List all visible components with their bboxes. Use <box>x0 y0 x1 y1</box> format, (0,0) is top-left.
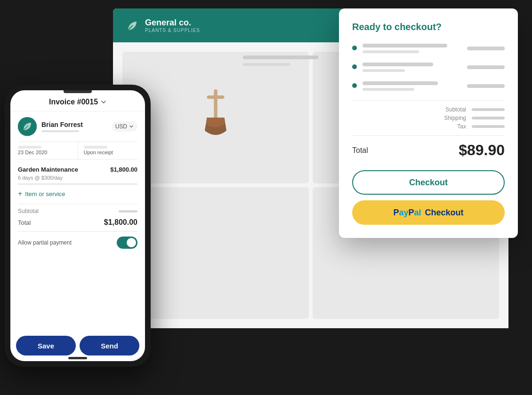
desktop-content <box>235 51 320 71</box>
client-name: Brian Forrest <box>41 121 83 128</box>
phone-screen: Invoice #0015 <box>10 90 145 361</box>
date-cell-payment: Upon receipt <box>78 142 138 159</box>
payment-value: Upon receipt <box>84 150 138 155</box>
avatar <box>18 117 37 136</box>
item-content-3 <box>363 81 461 91</box>
shipping-value <box>472 117 505 119</box>
item-content-1 <box>363 44 461 53</box>
logo-icon <box>124 18 139 33</box>
line-item-name: Garden Maintenance <box>18 166 78 173</box>
tax-label: Tax <box>457 123 466 130</box>
paypal-logo: PayPal <box>393 208 421 218</box>
shovel-icon <box>197 89 234 146</box>
phone-notch <box>64 90 92 93</box>
subtotals-section: Subtotal Shipping Tax <box>352 106 505 130</box>
company-info: General co. PLANTS & SUPPLIES <box>145 18 200 33</box>
tax-row: Tax <box>457 123 505 130</box>
save-button[interactable]: Save <box>16 336 76 356</box>
invoice-body: Brian Forrest USD 23 Dec 2020 <box>10 111 145 332</box>
invoice-total-label: Total <box>18 219 31 226</box>
modal-divider <box>352 100 505 101</box>
line-items: Garden Maintenance $1,800.00 6 days @ $3… <box>18 166 137 185</box>
checkout-modal: Ready to checkout? Subtotal Ship <box>339 8 518 238</box>
partial-payment-toggle[interactable] <box>117 237 137 249</box>
item-line-main-1 <box>363 44 447 47</box>
client-bar <box>41 130 79 132</box>
date-label-bar <box>18 146 41 149</box>
total-label: Total <box>352 146 368 155</box>
client-details: Brian Forrest <box>41 121 83 132</box>
subtotal-label: Subtotal <box>445 106 466 113</box>
date-row: 23 Dec 2020 Upon receipt <box>18 142 137 159</box>
content-bar-1 <box>243 55 318 59</box>
total-amount: $89.90 <box>459 142 505 159</box>
tax-value <box>472 125 505 128</box>
item-price-1 <box>467 47 505 50</box>
item-dot-1 <box>352 46 357 50</box>
date-value: 23 Dec 2020 <box>18 150 72 155</box>
invoice-subtotal-dots <box>119 210 137 213</box>
invoice-subtotal-line: Subtotal <box>18 208 137 214</box>
chevron-down-icon <box>101 99 106 105</box>
checkout-button[interactable]: Checkout <box>352 170 505 195</box>
item-dot-2 <box>352 64 357 69</box>
subtotal-row: Subtotal <box>445 106 505 113</box>
invoice-subtotals: Subtotal <box>18 204 137 214</box>
checkout-item-1 <box>352 44 505 53</box>
home-indicator <box>68 357 87 359</box>
line-item-price: $1,800.00 <box>110 166 137 173</box>
checkout-item-3 <box>352 81 505 91</box>
invoice-subtotal-label: Subtotal <box>18 208 39 214</box>
partial-payment-row: Allow partial payment <box>18 232 137 253</box>
toggle-thumb <box>127 238 136 247</box>
item-dot-3 <box>352 83 357 88</box>
company-name: General co. <box>145 18 200 28</box>
content-bar-2 <box>243 63 290 66</box>
item-line-sub-1 <box>363 50 419 53</box>
phone-mockup: Invoice #0015 <box>5 85 151 367</box>
svg-rect-0 <box>214 89 217 120</box>
add-item-label: Item or service <box>25 190 65 198</box>
total-row: Total $89.90 <box>352 142 505 159</box>
invoice-header: Invoice #0015 <box>10 90 145 111</box>
modal-title: Ready to checkout? <box>352 22 505 32</box>
modal-divider-2 <box>352 135 505 136</box>
checkout-item-2 <box>352 63 505 72</box>
item-price-2 <box>467 65 505 69</box>
shipping-row: Shipping <box>444 115 505 121</box>
currency-chevron-icon <box>129 124 134 129</box>
paypal-checkout-button[interactable]: PayPal Checkout <box>352 200 505 225</box>
date-cell-issue: 23 Dec 2020 <box>18 142 78 159</box>
svg-rect-1 <box>207 95 225 99</box>
currency-selector[interactable]: USD <box>112 121 137 132</box>
send-button[interactable]: Send <box>80 336 139 356</box>
currency-value: USD <box>115 123 127 130</box>
item-line-main-3 <box>363 81 438 85</box>
partial-payment-label: Allow partial payment <box>18 239 72 246</box>
client-row: Brian Forrest USD <box>18 117 137 136</box>
company-subtitle: PLANTS & SUPPLIES <box>145 28 200 33</box>
line-item-progress-bar <box>18 183 137 185</box>
add-item-row[interactable]: + Item or service <box>18 190 137 198</box>
item-line-sub-3 <box>363 88 414 91</box>
add-item-icon: + <box>18 190 22 198</box>
line-item-desc: 6 days @ $300/day <box>18 175 137 181</box>
invoice-total-value: $1,800.00 <box>104 218 137 227</box>
shipping-label: Shipping <box>444 115 466 121</box>
client-info: Brian Forrest <box>18 117 83 136</box>
item-line-sub-2 <box>363 69 405 72</box>
item-line-main-2 <box>363 63 433 66</box>
subtotal-value <box>472 108 505 111</box>
invoice-title: Invoice #0015 <box>49 98 106 106</box>
item-price-3 <box>467 84 505 88</box>
payment-label-bar <box>84 146 107 149</box>
paypal-checkout-text: Checkout <box>425 208 464 218</box>
invoice-total-line: Total $1,800.00 <box>18 218 137 232</box>
item-content-2 <box>363 63 461 72</box>
line-item-row: Garden Maintenance $1,800.00 <box>18 166 137 173</box>
